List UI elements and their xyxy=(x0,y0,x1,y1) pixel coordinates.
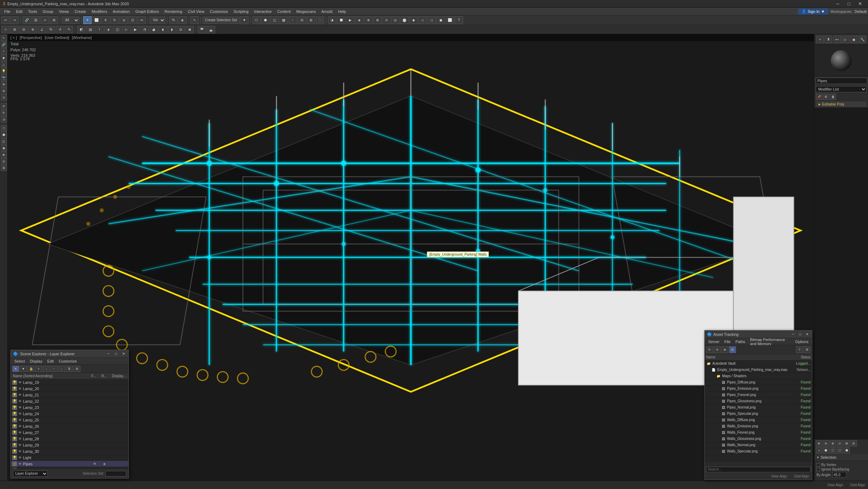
se-eye-toggle[interactable]: 👁 xyxy=(18,425,22,428)
object-name-input[interactable] xyxy=(816,78,867,84)
layers2-btn[interactable]: ▦ xyxy=(280,16,288,24)
lt-extra2[interactable]: ⬢ xyxy=(1,132,7,138)
mirror-button[interactable]: ⇔ xyxy=(138,16,146,24)
modifier-list-dropdown[interactable]: Modifier List xyxy=(816,86,867,92)
spin-btn[interactable]: ↺ xyxy=(56,26,64,33)
select-all-button[interactable]: ⊞ xyxy=(50,16,58,24)
modifier-config-btn[interactable]: ⚙ xyxy=(823,94,829,100)
at-tree-row[interactable]: 🖼 Pipes_Glossiness.png Found xyxy=(705,398,812,404)
se-eye-toggle[interactable]: 👁 xyxy=(18,406,22,409)
play-btn[interactable]: ▶ xyxy=(131,26,140,33)
ma-btn3[interactable]: ⊗ xyxy=(830,440,836,447)
render3-btn[interactable]: ⊕ xyxy=(364,16,373,24)
scene-states-btn[interactable]: ⬛ xyxy=(316,16,324,24)
at-tree-row[interactable]: 🖼 Walls_Emissive.png Found xyxy=(705,423,812,429)
se-eye-toggle[interactable]: 👁 xyxy=(18,381,22,384)
se-display-tab[interactable]: Display xyxy=(28,359,45,364)
sign-in-button[interactable]: 👤 Sign In ▼ xyxy=(798,8,828,15)
at-menu-server[interactable]: Server xyxy=(706,339,721,344)
se-tb-add-btn[interactable]: + xyxy=(35,366,42,372)
angle-snap-btn[interactable]: ∠ xyxy=(38,26,46,33)
menu-file[interactable]: File xyxy=(1,9,13,14)
se-tb-settings-btn[interactable]: ⚙ xyxy=(73,366,80,372)
lt-systems-btn[interactable]: ⊙ xyxy=(1,94,7,101)
rotate-button[interactable]: ↻ xyxy=(110,16,119,24)
at-menu-paths[interactable]: Paths xyxy=(733,339,747,344)
schematic-btn[interactable]: ⬗ xyxy=(104,26,112,33)
se-eye-toggle[interactable]: 👁 xyxy=(18,412,22,416)
menu-interactive[interactable]: Interactive xyxy=(251,9,275,14)
percent-button[interactable]: % xyxy=(169,16,178,24)
snap-button[interactable]: ⊹ xyxy=(1,26,10,33)
se-edit-tab[interactable]: Edit xyxy=(45,359,56,364)
at-tree-row[interactable]: 🖼 Pipes_Fresnel.png Found xyxy=(705,392,812,398)
se-customize-tab[interactable]: Customize xyxy=(57,359,79,364)
display-tab[interactable]: ◉ xyxy=(850,36,858,43)
scale2-button[interactable]: ⊡ xyxy=(128,16,137,24)
mirror2-btn[interactable]: ↑ xyxy=(289,16,297,24)
at-tree-row[interactable]: 🖼 Walls_Specular.png Found xyxy=(705,448,812,455)
minimize-button[interactable]: ─ xyxy=(832,0,843,8)
ignore-backfacing-checkbox[interactable] xyxy=(816,468,820,471)
at-tree-row[interactable]: 🖼 Walls_Normal.png Found xyxy=(705,442,812,448)
at-tree-row[interactable]: 🖼 Pipes_Normal.png Found xyxy=(705,404,812,411)
menu-customize[interactable]: Customize xyxy=(207,9,231,14)
se-eye-toggle[interactable]: 👁 xyxy=(18,393,22,397)
se-eye-toggle[interactable]: 👁 xyxy=(18,450,22,453)
se-eye-toggle[interactable]: 👁 xyxy=(18,431,22,434)
at-tree-row[interactable]: 🖼 Walls_Fesnel.png Found xyxy=(705,429,812,436)
ma-btn6[interactable]: ⊟ xyxy=(851,440,857,447)
scene-render-btn[interactable]: ◔ xyxy=(140,26,149,33)
denoiser-btn[interactable]: ◘ xyxy=(177,26,185,33)
menu-tools[interactable]: Tools xyxy=(25,9,40,14)
at-tree-row[interactable]: 🖼 Pipes_Diffuse.png Found xyxy=(705,379,812,386)
create-tab[interactable]: + xyxy=(816,36,824,43)
menu-megascans[interactable]: Megascans xyxy=(294,9,319,14)
render2-btn[interactable]: ◈ xyxy=(355,16,363,24)
at-minimize-btn[interactable]: ─ xyxy=(790,332,796,337)
se-maximize-btn[interactable]: □ xyxy=(113,351,119,357)
se-tb-sort-btn[interactable]: ⇅ xyxy=(66,366,73,372)
render6-btn[interactable]: ◎ xyxy=(391,16,400,24)
se-list-item[interactable]: 💡 👁 Lamp_23 xyxy=(11,404,128,411)
by-vertex-checkbox[interactable] xyxy=(816,463,820,467)
utilities-tab[interactable]: 🔧 xyxy=(859,36,866,43)
create-selection-dropdown-button[interactable]: ▼ xyxy=(240,16,249,24)
menu-group[interactable]: Group xyxy=(40,9,56,14)
se-mode-dropdown[interactable]: Layer Explorer xyxy=(13,471,48,477)
motion-tab[interactable]: ▷ xyxy=(842,36,849,43)
modify-tab[interactable]: ⧗ xyxy=(824,36,832,43)
at-tree-row[interactable]: 📁 Maps / Shaders xyxy=(705,373,812,379)
at-menu-file[interactable]: File xyxy=(722,339,733,344)
se-list-item[interactable]: 💡 👁 Lamp_25 xyxy=(11,417,128,423)
modifier-pin-btn[interactable]: 📌 xyxy=(816,94,822,100)
select-region-button[interactable]: ⬜ xyxy=(92,16,101,24)
at-close-btn[interactable]: ✕ xyxy=(804,332,810,337)
se-tb-lock-btn[interactable]: 🔒 xyxy=(28,366,34,372)
move-button[interactable]: ✛ xyxy=(101,16,110,24)
maximize-button[interactable]: □ xyxy=(844,0,854,8)
lt-extra4[interactable]: ◉ xyxy=(1,145,7,151)
menu-modifiers[interactable]: Modifiers xyxy=(89,9,110,14)
menu-content[interactable]: Content xyxy=(274,9,294,14)
render12-btn[interactable]: ⬜ xyxy=(446,16,454,24)
ma-btn5[interactable]: ⊞ xyxy=(844,440,850,447)
se-tb-remove-btn[interactable]: - xyxy=(43,366,50,372)
scale-button[interactable]: ⇲ xyxy=(119,16,128,24)
menu-help[interactable]: Help xyxy=(335,9,349,14)
se-close-btn[interactable]: ✕ xyxy=(121,351,126,357)
close-button[interactable]: ✕ xyxy=(855,0,865,8)
render11-btn[interactable]: ◼ xyxy=(437,16,445,24)
at-tree-row[interactable]: 📄 Empty_Underground_Parking_max_vray.max… xyxy=(705,367,812,373)
lt-extra7[interactable]: ⊞ xyxy=(1,165,7,171)
render10-btn[interactable]: ◻ xyxy=(428,16,436,24)
editable-poly-item[interactable]: Editable Poly xyxy=(816,101,867,107)
selection-mode5[interactable]: ⬢ xyxy=(844,447,850,453)
se-sel-set-input[interactable] xyxy=(105,471,126,476)
color-clip-btn[interactable]: ◰ xyxy=(113,26,122,33)
at-remove-btn[interactable]: ✕ xyxy=(714,346,721,353)
at-settings-btn[interactable]: ⚙ xyxy=(804,346,811,353)
at-tree-row[interactable]: 🖼 Pipes_Specular.png Found xyxy=(705,411,812,417)
snap3-button[interactable]: ⊟ xyxy=(19,26,28,33)
se-list-item[interactable]: 💡 👁 Lamp_28 xyxy=(11,436,128,442)
